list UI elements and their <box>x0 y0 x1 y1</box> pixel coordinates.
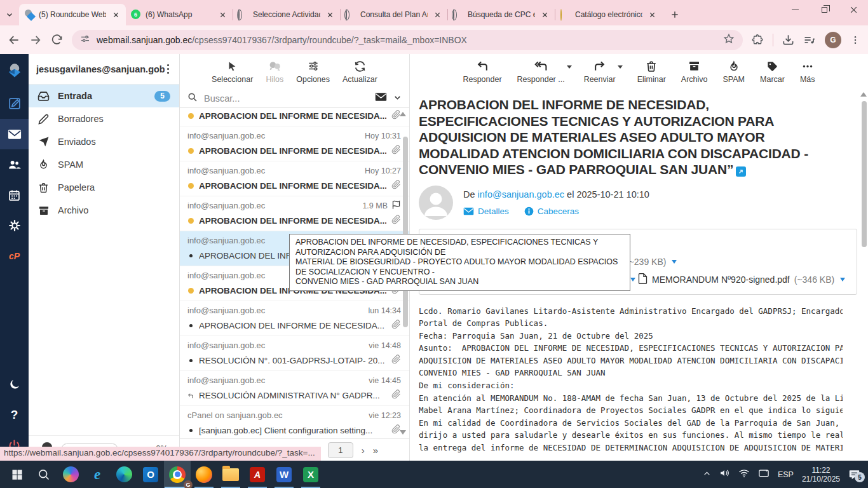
chrome-taskbar-button[interactable]: G <box>164 461 191 488</box>
close-tab-icon[interactable] <box>111 10 121 20</box>
attachment-menu-caret-icon[interactable] <box>630 278 635 281</box>
delete-button[interactable]: Eliminar <box>637 59 666 89</box>
reply-all-button[interactable]: Responder ... <box>517 59 565 89</box>
dark-mode-moon-button[interactable] <box>0 369 29 400</box>
tab-busqueda-cpc[interactable]: Búsqueda de CPC en <box>448 4 555 25</box>
volume-icon[interactable] <box>719 468 730 481</box>
search-scope-mail-icon[interactable] <box>375 92 387 104</box>
tab-whatsapp[interactable]: 6 (6) WhatsApp <box>126 4 233 25</box>
folder-entrada[interactable]: Entrada 5 <box>29 85 179 107</box>
extensions-puzzle-icon[interactable] <box>752 34 764 46</box>
restore-button[interactable] <box>810 0 839 19</box>
help-button[interactable]: ? <box>0 400 29 430</box>
tab-consulta-plan[interactable]: Consulta del Plan Anu <box>341 4 447 25</box>
taskbar-search-button[interactable] <box>31 461 57 488</box>
page-number-input[interactable]: 1 <box>328 442 353 458</box>
settings-gear-button[interactable] <box>0 210 29 241</box>
reload-button[interactable] <box>51 34 63 46</box>
outlook-icon[interactable]: O <box>137 461 164 488</box>
mail-nav-button[interactable] <box>0 119 29 149</box>
word-taskbar-button[interactable]: W <box>271 461 297 488</box>
meet-now-icon[interactable] <box>758 468 770 480</box>
select-button[interactable]: Seleccionar <box>212 59 253 89</box>
message-row[interactable]: info@sanjuan.gob.ecvie 14:45 RESOLUCIÓN … <box>180 371 409 406</box>
refresh-button[interactable]: Actualizar <box>342 59 377 89</box>
browser-menu-icon[interactable] <box>850 35 860 45</box>
forward-options-caret-icon[interactable] <box>618 65 623 69</box>
profile-avatar[interactable]: G <box>825 32 841 48</box>
attachment-menu-caret-icon[interactable] <box>672 260 677 264</box>
folder-enviados[interactable]: Enviados <box>29 130 179 153</box>
reply-button[interactable]: Responder <box>463 59 501 89</box>
reply-options-caret-icon[interactable] <box>567 65 572 69</box>
cpanel-button[interactable]: cP <box>0 241 29 271</box>
list-scrollbar-thumb[interactable] <box>403 137 408 327</box>
mark-button[interactable]: Marcar <box>760 59 785 89</box>
downloads-icon[interactable] <box>782 34 794 46</box>
reading-scrollbar[interactable] <box>861 92 867 458</box>
message-row[interactable]: info@sanjuan.gob.ecHoy 10:27 APROBACION … <box>180 161 409 196</box>
keyboard-language[interactable]: ESP <box>778 470 794 479</box>
spam-button[interactable]: SPAM <box>723 59 745 89</box>
options-button[interactable]: Opciones <box>296 59 330 89</box>
details-link[interactable]: Detalles <box>463 207 509 216</box>
threads-button[interactable]: Hilos <box>266 59 283 89</box>
message-row[interactable]: info@sanjuan.gob.ecvie 14:48 RESOLUCIÓN … <box>180 336 409 371</box>
folder-archivo[interactable]: Archivo <box>29 199 179 222</box>
taskbar-clock[interactable]: 11:22 21/10/2025 <box>802 466 840 484</box>
close-tab-icon[interactable] <box>539 10 550 20</box>
attachment-menu-caret-icon[interactable] <box>840 278 845 281</box>
tab-search-chevron-icon[interactable] <box>0 4 19 25</box>
forward-button[interactable]: Reenviar <box>584 59 616 89</box>
folder-borradores[interactable]: Borradores <box>29 107 179 130</box>
url-text[interactable]: webmail.sanjuan.gob.ec/cpsess9740179367/… <box>97 35 717 45</box>
site-settings-icon[interactable] <box>80 34 90 46</box>
search-options-chevron-icon[interactable] <box>393 93 402 104</box>
contacts-button[interactable] <box>0 149 29 180</box>
close-tab-icon[interactable] <box>647 10 657 20</box>
close-tab-icon[interactable] <box>432 10 442 20</box>
last-page-button[interactable]: » <box>373 445 378 456</box>
archive-button[interactable]: Archivo <box>681 59 708 89</box>
file-explorer-taskbar-button[interactable] <box>217 461 244 488</box>
tab-catalogo-electronico[interactable]: Catálogo electrónico <box>555 4 662 25</box>
notification-center-icon[interactable]: 5 <box>848 469 860 480</box>
tray-chevron-icon[interactable] <box>703 469 711 480</box>
folder-spam[interactable]: SPAM <box>29 153 179 176</box>
forward-button[interactable] <box>29 34 42 46</box>
folder-papelera[interactable]: Papelera <box>29 176 179 199</box>
reading-scrollbar-thumb[interactable] <box>862 101 867 247</box>
edge-icon[interactable] <box>111 461 137 488</box>
url-bar[interactable]: webmail.sanjuan.gob.ec/cpsess9740179367/… <box>72 30 743 50</box>
headers-link[interactable]: Cabeceras <box>524 207 579 216</box>
internet-explorer-icon[interactable]: e <box>84 461 111 488</box>
close-tab-icon[interactable] <box>217 10 227 20</box>
back-button[interactable] <box>8 34 20 46</box>
firefox-taskbar-button[interactable] <box>191 461 217 488</box>
tab-roundcube[interactable]: (5) Roundcube Webm <box>19 4 126 25</box>
more-button[interactable]: Más <box>800 59 815 89</box>
tab-seleccione-actividad[interactable]: Seleccione Actividad <box>233 4 340 25</box>
excel-taskbar-button[interactable]: X <box>297 461 324 488</box>
wifi-icon[interactable] <box>738 468 750 481</box>
message-row[interactable]: APROBACION DEL INFORME DE NECESIDA... <box>180 108 409 126</box>
close-window-button[interactable] <box>839 0 868 19</box>
close-tab-icon[interactable] <box>325 10 335 20</box>
message-row[interactable]: info@sanjuan.gob.eclun 14:34 APROBACION … <box>180 301 409 336</box>
minimize-button[interactable] <box>780 0 810 19</box>
reading-scroll-up-icon[interactable] <box>860 92 867 97</box>
attachment-item[interactable]: MEMORANDUM Nº920-signed.pdf (~346 KB) <box>638 271 848 288</box>
new-tab-button[interactable] <box>666 6 684 24</box>
account-menu-icon[interactable] <box>165 62 172 77</box>
reading-list-icon[interactable] <box>803 34 816 46</box>
next-page-button[interactable]: › <box>362 445 365 456</box>
message-row[interactable]: info@sanjuan.gob.ec1.9 MB APROBACION DEL… <box>180 196 409 231</box>
compose-button[interactable] <box>0 88 29 119</box>
start-button[interactable] <box>4 461 31 488</box>
search-input[interactable] <box>204 93 369 104</box>
flag-icon[interactable] <box>391 200 401 212</box>
message-row[interactable]: info@sanjuan.gob.ecHoy 10:31 APROBACION … <box>180 126 409 161</box>
bookmark-star-icon[interactable] <box>723 33 735 47</box>
from-email-link[interactable]: info@sanjuan.gob.ec <box>478 189 564 200</box>
message-row[interactable]: cPanel on sanjuan.gob.ecvie 12:23 [sanju… <box>180 406 409 438</box>
